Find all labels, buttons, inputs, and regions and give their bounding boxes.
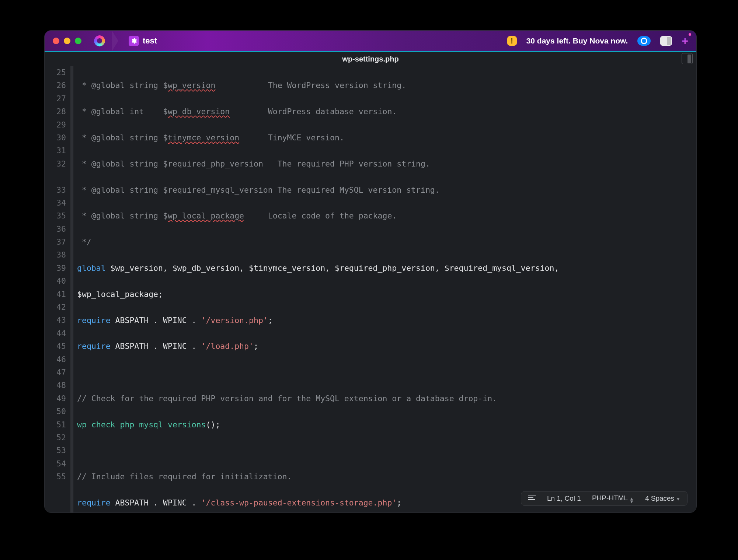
line-number: 33: [45, 183, 66, 196]
minimize-button[interactable]: [64, 38, 70, 44]
line-number: 35: [45, 209, 66, 222]
project-name: test: [143, 36, 157, 46]
line-number: 25: [45, 66, 66, 79]
project-chip: [129, 36, 139, 46]
line-number: 28: [45, 105, 66, 118]
line-number: 36: [45, 223, 66, 235]
line-number: 34: [45, 196, 66, 209]
app-logo-icon: [94, 35, 105, 46]
indent-selector[interactable]: 4 Spaces▼: [645, 494, 680, 503]
gear-icon: [130, 38, 137, 44]
line-number: 37: [45, 235, 66, 248]
line-number: 49: [45, 392, 66, 405]
line-number: 30: [45, 131, 66, 144]
line-number: 39: [45, 262, 66, 274]
line-number: 50: [45, 405, 66, 418]
line-gutter: 25 26 27 28 29 30 31 32 33 34 35 36 37 3…: [45, 66, 70, 512]
sidebar-toggle-icon[interactable]: [682, 53, 693, 64]
line-number: 54: [45, 457, 66, 470]
line-number: 40: [45, 274, 66, 287]
line-number: 53: [45, 444, 66, 457]
symbols-icon[interactable]: [528, 496, 536, 501]
close-button[interactable]: [53, 38, 59, 44]
plus-icon[interactable]: +: [682, 35, 690, 47]
line-number: 46: [45, 353, 66, 366]
line-number: 44: [45, 327, 66, 340]
tab-bar: wp-settings.php: [45, 52, 696, 66]
line-number: [45, 170, 66, 183]
line-number: 32: [45, 157, 66, 170]
language-selector[interactable]: PHP-HTML▲▼: [592, 494, 634, 503]
zoom-button[interactable]: [75, 38, 81, 44]
trial-text[interactable]: 30 days left. Buy Nova now.: [526, 36, 628, 45]
line-number: 31: [45, 144, 66, 157]
line-number: 41: [45, 288, 66, 301]
line-number: 26: [45, 79, 66, 92]
line-number: 27: [45, 92, 66, 105]
line-number: 55: [45, 470, 66, 483]
warning-icon: !: [507, 36, 517, 46]
gutter-border: [70, 66, 73, 512]
line-number: 42: [45, 301, 66, 314]
titlebar-right: ! 30 days left. Buy Nova now. +: [507, 31, 690, 51]
line-number: 51: [45, 418, 66, 431]
line-number: 38: [45, 248, 66, 261]
status-bar: Ln 1, Col 1 PHP-HTML▲▼ 4 Spaces▼: [521, 491, 687, 506]
tab-filename[interactable]: wp-settings.php: [342, 55, 398, 63]
app-window: test ! 30 days left. Buy Nova now. + wp-…: [44, 30, 697, 513]
editor: 25 26 27 28 29 30 31 32 33 34 35 36 37 3…: [45, 66, 696, 512]
breadcrumb-separator-icon: [112, 30, 118, 52]
cursor-position[interactable]: Ln 1, Col 1: [547, 494, 581, 503]
project-tab[interactable]: test: [129, 36, 157, 46]
traffic-lights: [45, 38, 81, 44]
line-number: 43: [45, 314, 66, 326]
line-number: 45: [45, 340, 66, 353]
panel-toggle-icon[interactable]: [660, 36, 672, 46]
line-number: 48: [45, 379, 66, 392]
line-number: 47: [45, 366, 66, 379]
code-area[interactable]: * @global string $wp_version The WordPre…: [73, 66, 696, 512]
line-number: 52: [45, 431, 66, 444]
titlebar: test ! 30 days left. Buy Nova now. +: [45, 31, 696, 52]
preview-icon[interactable]: [637, 36, 651, 46]
line-number: 29: [45, 118, 66, 131]
